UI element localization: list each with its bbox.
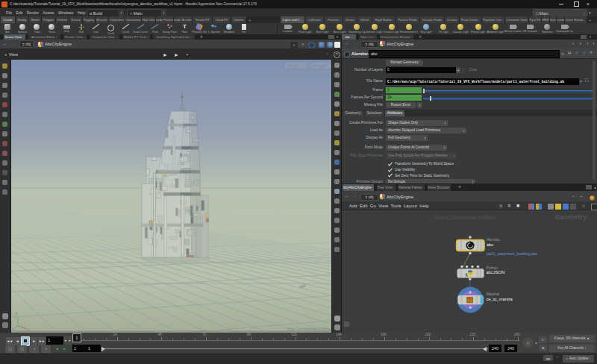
svg-text:Persp ▼: Persp ▼ — [287, 63, 302, 68]
svg-text:No cam ▼: No cam ▼ — [313, 63, 331, 68]
